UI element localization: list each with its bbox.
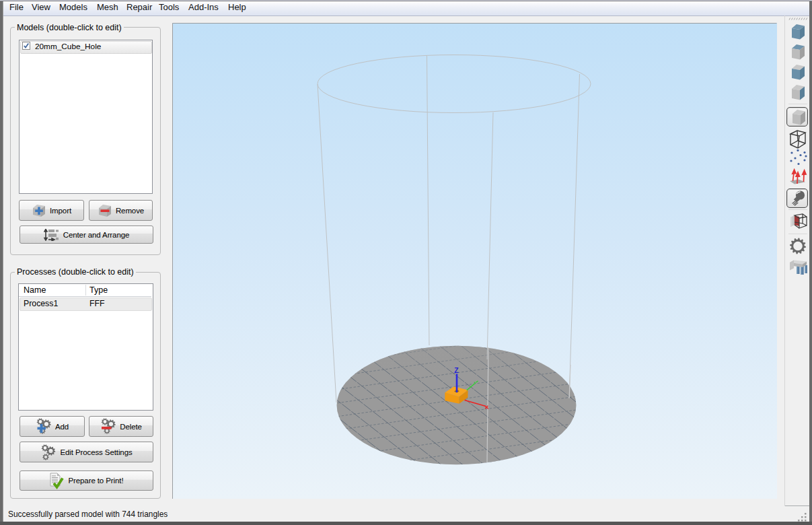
svg-text:Z: Z bbox=[454, 366, 459, 374]
